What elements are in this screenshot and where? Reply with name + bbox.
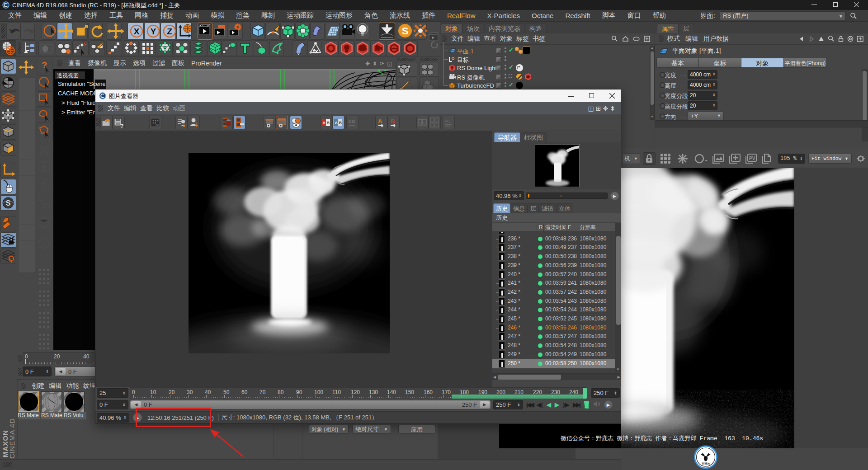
svg-text:Z: Z [167, 27, 172, 36]
svg-text:B: B [339, 121, 342, 125]
svg-text:A: A [335, 121, 338, 125]
svg-text:A: A [323, 121, 326, 125]
svg-text:X: X [134, 27, 140, 36]
svg-text:D: D [423, 121, 426, 125]
svg-text:Y: Y [151, 27, 156, 36]
svg-text:A: A [419, 121, 421, 125]
svg-text:12: 12 [155, 123, 159, 127]
svg-text:PV: PV [749, 156, 755, 161]
svg-text:AB: AB [348, 119, 355, 124]
svg-text:野鹿志: 野鹿志 [702, 462, 710, 465]
svg-text:fx: fx [313, 48, 318, 55]
svg-text:?: ? [120, 123, 123, 129]
svg-text:AB: AB [444, 119, 450, 123]
svg-text:O: O [452, 56, 454, 61]
svg-text:A: A [378, 118, 382, 125]
svg-text:S: S [402, 25, 409, 37]
svg-text:B: B [327, 121, 330, 125]
svg-text:B: B [391, 118, 395, 125]
